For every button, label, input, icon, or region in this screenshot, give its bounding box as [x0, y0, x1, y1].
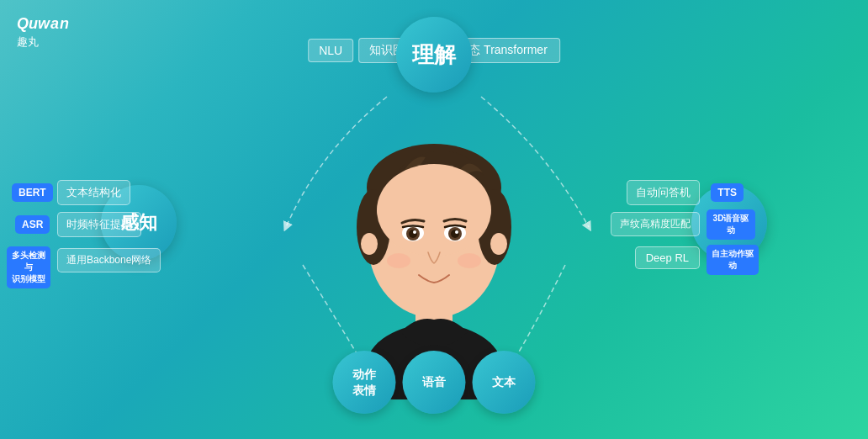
top-box-nlu: NLU: [308, 39, 353, 62]
svg-point-18: [361, 233, 378, 255]
avatar-svg: [316, 46, 552, 399]
svg-point-13: [451, 230, 459, 238]
circle-understand: 理解: [396, 17, 472, 93]
logo: Quwan 趣丸: [17, 13, 70, 50]
svg-point-14: [413, 230, 416, 234]
svg-point-16: [387, 253, 410, 268]
left-white-text-structure: 文本结构化: [57, 180, 130, 205]
left-white-freq: 时频特征提取: [57, 212, 141, 237]
right-white-qa: 自动问答机: [627, 180, 700, 205]
left-blue-asr: ASR: [15, 215, 50, 234]
bottom-circle-voice: 语音: [403, 351, 466, 414]
right-blue-tts: TTS: [711, 183, 744, 202]
right-blue-auto-action: 自主动作驱动: [707, 245, 759, 275]
right-white-voiceprint: 声纹高精度匹配: [611, 212, 700, 236]
avatar-container: [316, 46, 552, 399]
left-white-backbone: 通用Backbone网络: [57, 248, 161, 272]
left-blue-bert: BERT: [12, 183, 53, 202]
left-blue-multihead: 多头检测与识别模型: [7, 246, 50, 288]
svg-point-19: [490, 233, 507, 255]
logo-name: Quwan: [17, 13, 70, 33]
svg-point-12: [409, 230, 417, 238]
main-container: Quwan 趣丸 NLU 知识图谱 多模态 Transformer 理解 感知 …: [0, 0, 868, 439]
right-white-deeprl: Deep RL: [635, 246, 700, 269]
logo-chinese: 趣丸: [17, 34, 39, 50]
bottom-circle-text: 文本: [473, 351, 536, 414]
svg-point-15: [455, 230, 458, 234]
right-blue-3d: 3D语音驱动: [707, 209, 755, 240]
svg-point-17: [458, 253, 481, 268]
bottom-circle-action: 动作表情: [333, 351, 396, 414]
bottom-circles-container: 动作表情 语音 文本: [333, 351, 536, 414]
svg-point-7: [377, 164, 491, 257]
